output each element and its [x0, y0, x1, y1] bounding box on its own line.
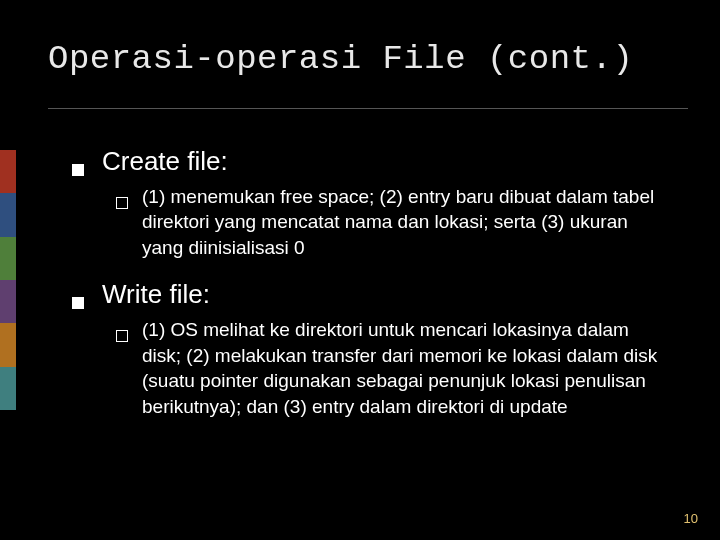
bullet-level2: (1) OS melihat ke direktori untuk mencar…	[116, 317, 672, 420]
accent-sidebar	[0, 150, 16, 410]
accent-stripe	[0, 193, 16, 236]
slide-title: Operasi-operasi File (cont.)	[48, 40, 688, 78]
page-number: 10	[684, 511, 698, 526]
bullet-square-icon	[72, 164, 84, 176]
accent-stripe	[0, 323, 16, 366]
slide: Operasi-operasi File (cont.) Create file…	[0, 0, 720, 540]
accent-stripe	[0, 367, 16, 410]
bullet-heading: Create file:	[102, 145, 228, 178]
bullet-text: (1) OS melihat ke direktori untuk mencar…	[142, 317, 672, 420]
bullet-level1: Create file:	[72, 145, 672, 178]
bullet-outline-square-icon	[116, 330, 128, 342]
bullet-level2: (1) menemukan free space; (2) entry baru…	[116, 184, 672, 261]
slide-body: Create file: (1) menemukan free space; (…	[72, 145, 672, 437]
bullet-square-icon	[72, 297, 84, 309]
accent-stripe	[0, 237, 16, 280]
bullet-text: (1) menemukan free space; (2) entry baru…	[142, 184, 672, 261]
bullet-outline-square-icon	[116, 197, 128, 209]
accent-stripe	[0, 150, 16, 193]
bullet-level1: Write file:	[72, 278, 672, 311]
title-divider	[48, 108, 688, 109]
accent-stripe	[0, 280, 16, 323]
bullet-heading: Write file:	[102, 278, 210, 311]
